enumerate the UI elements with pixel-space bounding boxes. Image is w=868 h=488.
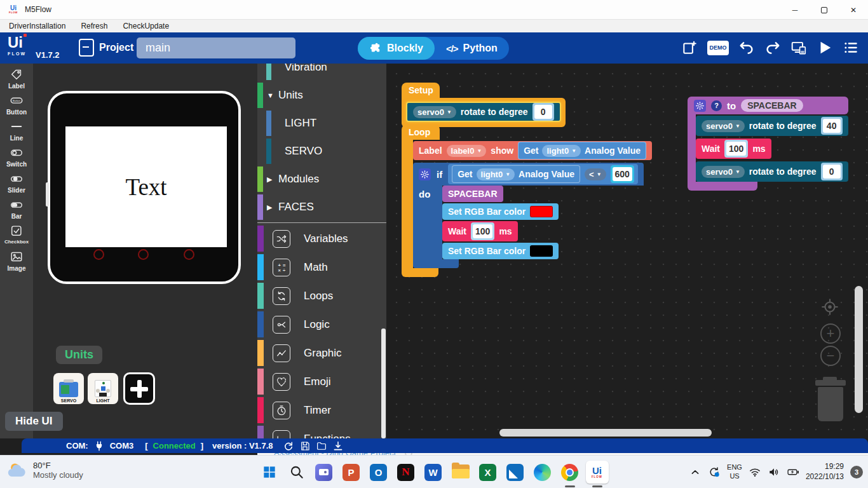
trash-icon[interactable] (815, 380, 846, 421)
wait-block[interactable]: Wait 100 ms (696, 139, 771, 159)
widget-image[interactable]: Image (0, 250, 33, 276)
taskbar-chrome[interactable] (556, 456, 583, 488)
widget-line[interactable]: Line (0, 119, 33, 146)
wait-block[interactable]: Wait 100 ms (442, 221, 518, 241)
light-dropdown[interactable]: light0▼ (542, 145, 581, 157)
category-light[interactable]: LIGHT (257, 109, 386, 137)
wait-value-block[interactable]: 100 (471, 222, 494, 240)
weather-widget[interactable]: 80°F Mostly cloudy (6, 459, 83, 481)
label-show-block[interactable]: Label label0▼ show Get light0▼ Analog Va… (413, 141, 652, 160)
new-project-icon[interactable] (681, 39, 698, 56)
device-manager-icon[interactable] (790, 39, 807, 56)
number-value-block[interactable]: 600 (611, 165, 634, 183)
category-functions[interactable]: Functions (257, 424, 386, 438)
function-name-field[interactable]: SPACEBAR (741, 99, 803, 112)
unit-servo[interactable]: SERVO (53, 373, 84, 404)
taskbar-search[interactable] (283, 456, 310, 488)
menu-driver-installation[interactable]: DriverInstallation (9, 22, 65, 30)
loop-block[interactable]: Loop Label label0▼ show Get light0▼ Anal… (402, 125, 652, 277)
set-rgb-bar-color-block[interactable]: Set RGB Bar color (442, 203, 559, 220)
screen-label-text[interactable]: Text (125, 173, 166, 201)
wait-value-block[interactable]: 100 (724, 140, 748, 158)
clock-widget[interactable]: 19:292022/10/13 (806, 462, 844, 482)
open-folder-icon[interactable] (316, 440, 327, 452)
servo-rotate-block[interactable]: servo0▼ rotate to degree 40 (696, 116, 848, 136)
wifi-icon[interactable] (749, 466, 761, 478)
undo-icon[interactable] (738, 39, 755, 56)
taskbar-edge[interactable] (529, 456, 556, 488)
widget-switch[interactable]: Switch (0, 146, 33, 172)
download-icon[interactable] (332, 440, 344, 452)
menu-refresh[interactable]: Refresh (81, 22, 107, 30)
color-swatch[interactable] (530, 206, 553, 217)
center-view-icon[interactable] (820, 297, 839, 316)
servo-rotate-block[interactable]: servo0▼ rotate to degree 0 (696, 161, 848, 182)
mutator-gear-icon[interactable] (419, 168, 431, 180)
zoom-in-icon[interactable]: + (820, 323, 841, 344)
add-unit-button[interactable] (123, 372, 155, 405)
minimize-button[interactable]: ─ (780, 0, 810, 20)
loop-block-label[interactable]: Loop (402, 125, 440, 140)
servo-dropdown[interactable]: servo0▼ (702, 166, 745, 178)
category-graphic[interactable]: Graphic (257, 339, 386, 367)
servo-rotate-block[interactable]: servo0▼ rotate to degree 0 (406, 102, 561, 122)
function-definition-block[interactable]: ? to SPACEBAR servo0▼ rotate to degree 4… (688, 97, 848, 191)
chevron-up-icon[interactable] (689, 466, 702, 478)
servo-dropdown[interactable]: servo0▼ (413, 106, 456, 118)
get-analog-value-block[interactable]: Get light0▼ Analog Value (452, 165, 580, 183)
if-block[interactable]: if Get light0▼ Analog Value <▼ 600 (413, 163, 644, 268)
sync-icon[interactable] (708, 466, 721, 478)
taskbar-excel[interactable]: X (474, 456, 501, 488)
category-emoji[interactable]: Emoji (257, 367, 386, 396)
spacebar-call-block[interactable]: SPACEBAR (442, 186, 503, 202)
project-button[interactable]: Project (79, 39, 133, 57)
light-dropdown[interactable]: light0▼ (477, 168, 515, 180)
taskbar-uiflow[interactable]: UiFLOW (583, 456, 611, 488)
widget-button[interactable]: ButtonButton (0, 93, 33, 119)
workspace-vertical-scrollbar[interactable] (855, 286, 863, 413)
tab-python[interactable]: </> Python (435, 37, 509, 60)
taskbar-powerpoint[interactable]: P (337, 456, 365, 488)
degree-value-block[interactable]: 0 (532, 103, 554, 121)
category-vibration[interactable]: Vibration (257, 64, 386, 81)
taskbar-chat[interactable] (310, 456, 337, 488)
project-name-input[interactable] (137, 37, 295, 58)
category-units[interactable]: ▼Units (257, 81, 386, 109)
taskbar-snipping[interactable] (501, 456, 529, 488)
set-rgb-bar-color-block[interactable]: Set RGB Bar color (442, 243, 559, 259)
blockly-workspace[interactable]: Setup servo0▼ rotate to degree 0 Loop La… (386, 64, 868, 438)
category-variables[interactable]: Variables (257, 224, 386, 253)
widget-label[interactable]: Label (0, 67, 33, 93)
label-dropdown[interactable]: label0▼ (447, 145, 487, 157)
unit-light[interactable]: LIGHT (88, 373, 118, 404)
tab-blockly[interactable]: Blockly (358, 37, 435, 60)
comparison-block[interactable]: Get light0▼ Analog Value <▼ 600 (448, 164, 638, 184)
taskbar-netflix[interactable]: N (392, 456, 419, 488)
battery-icon[interactable] (787, 466, 799, 478)
degree-value-block[interactable]: 0 (821, 163, 843, 180)
operator-dropdown[interactable]: <▼ (585, 168, 606, 180)
color-swatch[interactable] (530, 245, 553, 257)
degree-value-block[interactable]: 40 (821, 117, 843, 135)
setup-block-label[interactable]: Setup (402, 83, 440, 98)
taskbar-word[interactable]: W (419, 456, 447, 488)
category-timer[interactable]: Timer (257, 396, 386, 424)
close-button[interactable]: ✕ (839, 0, 868, 20)
widget-checkbox[interactable]: Checkbox (0, 224, 33, 250)
menu-check-update[interactable]: CheckUpdate (123, 22, 169, 30)
widget-bar[interactable]: Bar (0, 198, 33, 224)
menu-list-icon[interactable] (843, 39, 859, 56)
hide-ui-button[interactable]: Hide UI (5, 412, 63, 431)
category-servo[interactable]: SERVO (257, 137, 386, 165)
mutator-gear-icon[interactable] (694, 100, 706, 112)
help-icon[interactable]: ? (711, 100, 722, 111)
run-icon[interactable] (817, 39, 833, 56)
device-button-b[interactable] (138, 249, 149, 260)
redo-icon[interactable] (764, 39, 781, 56)
device-button-c[interactable] (184, 249, 194, 260)
workspace-horizontal-scrollbar[interactable] (499, 429, 712, 437)
category-modules[interactable]: ▶Modules (257, 165, 386, 193)
setup-block[interactable]: Setup servo0▼ rotate to degree 0 (402, 83, 566, 127)
com-port[interactable]: COM3 (110, 441, 134, 451)
taskbar-outlook[interactable]: O (365, 456, 392, 488)
